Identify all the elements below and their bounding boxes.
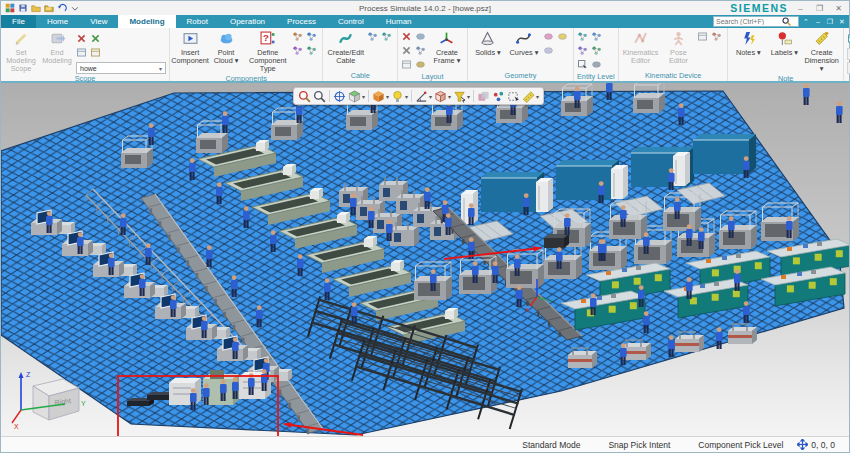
undo-icon[interactable] — [57, 0, 67, 17]
ribbon-button-set-modeling-scope[interactable]: Set Modeling Scope — [4, 29, 38, 74]
molec-icon[interactable] — [381, 31, 394, 44]
group-label: Entity Level — [577, 72, 615, 82]
view-orientation-icon[interactable]: ▾ — [347, 90, 366, 103]
render-mode-icon[interactable]: ▾ — [390, 90, 409, 103]
status-coordinates: 0, 0, 0 — [811, 440, 835, 450]
blob-icon[interactable] — [591, 59, 604, 72]
cross-icon[interactable] — [76, 33, 89, 46]
ribbon-button-create-edit-cable[interactable]: Create/Edit Cable — [326, 29, 365, 65]
notes-icon — [741, 31, 756, 48]
status-mode[interactable]: Standard Mode — [508, 440, 594, 450]
center-view-icon[interactable] — [332, 90, 347, 103]
status-pick-intent[interactable]: Snap Pick Intent — [594, 440, 684, 450]
save-icon[interactable] — [18, 0, 28, 17]
measure-icon[interactable]: ▾ — [414, 90, 433, 103]
ribbon-button-kinematics-editor[interactable]: Kinematics Editor — [622, 29, 660, 65]
cables-icon — [338, 31, 353, 48]
tab-human[interactable]: Human — [375, 15, 423, 28]
status-pick-level[interactable]: Component Pick Level — [684, 440, 797, 450]
molec-icon[interactable] — [577, 31, 590, 44]
molec-icon[interactable] — [367, 31, 380, 44]
zoom-in-icon[interactable] — [297, 90, 312, 103]
search-icon[interactable] — [782, 17, 791, 26]
molec-icon[interactable] — [292, 31, 305, 44]
ribbon-button-define-component-type[interactable]: ?Define Component Type — [245, 29, 290, 74]
labels-icon — [777, 31, 792, 48]
ribbon-button-point-cloud[interactable]: Point Cloud ▾ — [209, 29, 243, 65]
panel-icon[interactable] — [697, 31, 710, 44]
small-icon-stack — [401, 29, 428, 72]
doc-minimize-icon[interactable]: – — [813, 18, 823, 25]
panel-icon[interactable] — [90, 47, 103, 60]
section-icon[interactable] — [476, 90, 491, 103]
toolbar-more-icon[interactable] — [70, 0, 80, 17]
cross-icon[interactable] — [401, 45, 414, 58]
entity-display-icon[interactable]: ▾ — [433, 90, 452, 103]
ribbon-group-pmi: Char:⇅Font:▾PMI — [844, 28, 850, 81]
collapse-ribbon-icon[interactable]: ⌃ — [801, 18, 811, 26]
svg-text:Z: Z — [26, 371, 31, 378]
tab-operation[interactable]: Operation — [219, 15, 276, 28]
molec-icon[interactable] — [711, 31, 724, 44]
cross-icon[interactable] — [90, 33, 103, 46]
panel-icon[interactable] — [401, 59, 414, 72]
close-button[interactable]: ✕ — [832, 4, 845, 13]
tab-modeling[interactable]: Modeling — [118, 15, 175, 28]
molec-icon[interactable] — [292, 45, 305, 58]
navigation-cube[interactable]: RightZYX — [7, 366, 91, 430]
tab-control[interactable]: Control — [327, 15, 375, 28]
app-window: Process Simulate 14.0.2 - [howe.psz] SIE… — [0, 0, 850, 453]
display-style-icon[interactable]: ▾ — [371, 90, 390, 103]
snap-ruler-icon[interactable]: ▾ — [521, 90, 540, 103]
ribbon-button-create-dimension[interactable]: Create Dimension ▾ — [803, 29, 839, 74]
molec-icon[interactable] — [415, 45, 428, 58]
minimize-button[interactable]: – — [794, 4, 807, 13]
deftype-icon: ? — [260, 31, 275, 48]
ribbon-button-curves[interactable]: Curves ▾ — [507, 29, 541, 57]
ribbon-button-pose-editor[interactable]: Pose Editor — [661, 29, 695, 65]
import-folder-icon[interactable] — [44, 0, 54, 17]
cross-icon[interactable] — [401, 31, 414, 44]
group-label: Cable — [326, 71, 394, 81]
blob-icon[interactable] — [557, 31, 570, 44]
ribbon-button-notes[interactable]: Notes ▾ — [731, 29, 765, 57]
blob-icon[interactable] — [415, 31, 428, 44]
select-area-icon[interactable] — [506, 90, 521, 103]
combo-howe[interactable]: howe▾ — [76, 62, 166, 74]
doc-close-icon[interactable]: ✕ — [837, 18, 847, 26]
doc-restore-icon[interactable]: ❐ — [825, 18, 835, 26]
ribbon-button-end-modeling[interactable]: End Modeling — [40, 29, 74, 65]
pick-filter-icon[interactable]: ▾ — [452, 90, 471, 103]
blob-icon[interactable] — [543, 45, 556, 58]
search-box[interactable] — [713, 16, 799, 27]
molec-icon[interactable] — [306, 31, 319, 44]
small-icon-stack — [697, 29, 724, 44]
quick-access-toolbar — [5, 0, 80, 17]
open-folder-icon[interactable] — [31, 0, 41, 17]
graphic-scene[interactable]: XY — [1, 83, 849, 436]
blob-icon[interactable] — [543, 31, 556, 44]
molec-icon[interactable] — [306, 45, 319, 58]
molec-icon[interactable] — [591, 31, 604, 44]
point-markers-icon[interactable] — [491, 90, 506, 103]
maximize-button[interactable]: ❐ — [813, 4, 826, 13]
3d-viewport[interactable]: XY ▾▾▾▾▾▾▾ RightZYX — [1, 83, 849, 436]
tab-view[interactable]: View — [79, 15, 118, 28]
tab-robot[interactable]: Robot — [176, 15, 219, 28]
small-icon-stack — [577, 29, 604, 72]
blob-icon[interactable] — [415, 59, 428, 72]
molec-icon[interactable] — [591, 45, 604, 58]
molec-icon[interactable] — [577, 45, 590, 58]
kinem-icon — [633, 31, 648, 48]
dark-box[interactable] — [544, 234, 569, 248]
tab-process[interactable]: Process — [276, 15, 327, 28]
ribbon-button-labels[interactable]: Labels ▾ — [767, 29, 801, 57]
zoom-icon[interactable] — [312, 90, 327, 103]
cursorbox-icon[interactable] — [577, 59, 590, 72]
search-input[interactable] — [716, 18, 782, 25]
ribbon-button-insert-component[interactable]: Insert Component — [173, 29, 207, 65]
ribbon-button-create-frame[interactable]: Create Frame ▾ — [430, 29, 464, 65]
ribbon-button-solids[interactable]: Solids ▾ — [471, 29, 505, 57]
svg-text:X: X — [14, 423, 19, 430]
panel-icon[interactable] — [76, 47, 89, 60]
